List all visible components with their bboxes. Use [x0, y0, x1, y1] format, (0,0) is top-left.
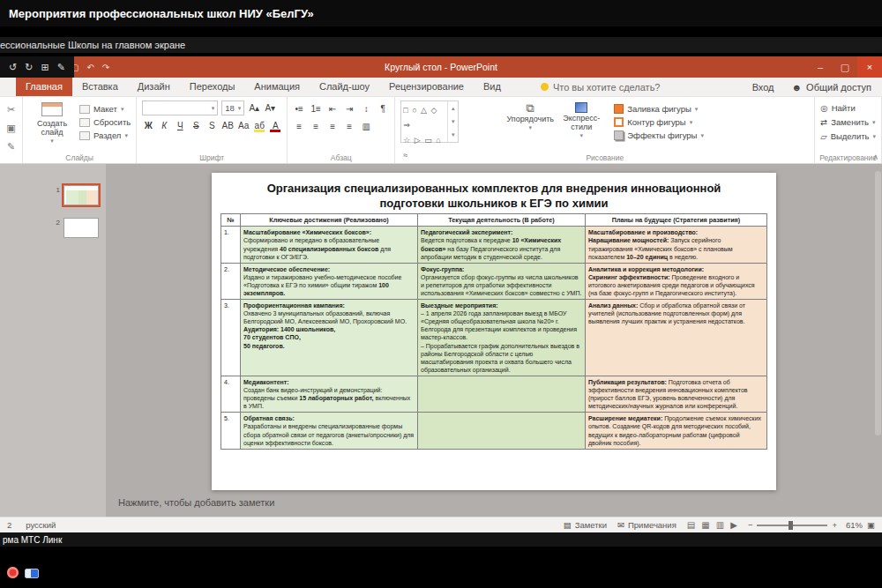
- outdent-button[interactable]: ⇤: [326, 102, 339, 115]
- italic-button[interactable]: К: [158, 119, 170, 132]
- slide-title-line-1: Организация специализированных комплекто…: [220, 182, 767, 197]
- reset-button[interactable]: Сбросить: [79, 117, 131, 127]
- close-button[interactable]: ×: [857, 56, 882, 78]
- normal-view-button[interactable]: ▤: [687, 520, 695, 530]
- slide-thumbnail-2[interactable]: [64, 218, 99, 238]
- collapse-ribbon-button[interactable]: ∧: [872, 153, 878, 161]
- slides-group: Создать слайд ▾ Макет▾ Сбросить Раздел▾ …: [23, 97, 137, 163]
- zoom-percentage[interactable]: 61%: [841, 520, 863, 530]
- canvas-scrollbar[interactable]: [875, 171, 881, 435]
- slide-sorter-button[interactable]: ▦: [701, 520, 709, 530]
- indent-button[interactable]: ⇥: [343, 102, 355, 115]
- section-button[interactable]: Раздел▾: [79, 130, 131, 140]
- webinar-title-bar: Мероприятия профессиональных школ НИУ «Б…: [0, 0, 882, 26]
- cell-current: Фокус-группа: Организуется сбор фокус-гр…: [418, 264, 586, 300]
- cell-current: [418, 413, 586, 449]
- shape-outline-button[interactable]: Контур фигуры▾: [614, 117, 704, 127]
- window-preview-icon[interactable]: [25, 569, 39, 578]
- annot-grid-icon[interactable]: ⊞: [41, 62, 49, 73]
- font-color-button[interactable]: А: [269, 119, 281, 132]
- powerpoint-titlebar: ↺ ↻ ⊞ ✎ ▢ ↶ ↷ Круглый стол - PowerPoint …: [0, 56, 882, 78]
- zoom-out-button[interactable]: −: [748, 520, 753, 530]
- chevron-down-icon: ▾: [50, 138, 54, 145]
- font-size-combo[interactable]: 18▾: [221, 100, 244, 115]
- align-center-button[interactable]: ≡: [310, 120, 322, 133]
- ribbon-tab-6[interactable]: Слайд-шоу: [310, 78, 379, 96]
- share-button[interactable]: ☻ Общий доступ: [792, 82, 871, 93]
- tell-me-box[interactable]: Что вы хотите сделать?: [541, 78, 661, 96]
- language-indicator[interactable]: русский: [26, 520, 56, 530]
- maximize-button[interactable]: ▢: [833, 56, 857, 78]
- numbering-button[interactable]: 1≡: [310, 102, 322, 115]
- ribbon-tab-1[interactable]: Главная: [16, 78, 72, 96]
- thumbnail-number: 2: [56, 219, 60, 238]
- shape-fill-button[interactable]: Заливка фигуры▾: [614, 104, 704, 114]
- change-case-button[interactable]: Аа: [237, 119, 250, 132]
- shapes-gallery-scroll[interactable]: ▴ ▾ ▾: [447, 101, 458, 142]
- replace-button[interactable]: ⇄Заменить▾: [820, 117, 876, 127]
- align-right-button[interactable]: ≡: [326, 120, 339, 133]
- format-painter-icon[interactable]: ✎: [7, 141, 15, 153]
- reading-view-button[interactable]: ▥: [716, 520, 724, 530]
- line-spacing-button[interactable]: ↕: [360, 102, 372, 115]
- slide[interactable]: Организация специализированных комплекто…: [212, 173, 776, 490]
- font-name-combo[interactable]: ▾: [142, 100, 218, 115]
- redo-icon[interactable]: ↷: [102, 63, 109, 72]
- sign-in-link[interactable]: Вход: [752, 82, 774, 93]
- shapes-gallery[interactable]: □ ○ △ ◇ ⇒ ☆ ▷ ▭ ⌂ ≈ ▴ ▾ ▾: [400, 100, 459, 143]
- layout-button[interactable]: Макет▾: [79, 104, 131, 114]
- notes-placeholder[interactable]: Нажмите, чтобы добавить заметки: [118, 497, 274, 508]
- select-button[interactable]: ▱Выделить▾: [820, 131, 876, 141]
- character-spacing-button[interactable]: АВ: [221, 119, 234, 132]
- find-button[interactable]: ◎Найти: [820, 103, 876, 113]
- align-left-button[interactable]: ≡: [293, 120, 305, 133]
- zoom-slider-thumb[interactable]: [789, 521, 793, 530]
- strikethrough-button[interactable]: S: [190, 119, 202, 132]
- copy-icon[interactable]: ▣: [6, 123, 15, 134]
- slide-title-line-2: подготовки школьников к ЕГЭ по химии: [220, 197, 767, 212]
- ribbon-tab-4[interactable]: Переходы: [180, 78, 245, 96]
- underline-button[interactable]: Ч: [174, 119, 186, 132]
- notes-toggle[interactable]: ▤ Заметки: [564, 520, 607, 530]
- chevron-down-icon: ▾: [872, 133, 876, 140]
- zoom-in-button[interactable]: +: [832, 520, 837, 530]
- comments-toggle[interactable]: ✉ Примечания: [617, 520, 676, 530]
- ribbon-tab-7[interactable]: Рецензирование: [379, 78, 474, 96]
- cell-plans: Публикация результатов: Подготовка отчет…: [586, 376, 767, 413]
- zoom-slider[interactable]: [757, 525, 827, 526]
- thumbnail-number: 1: [56, 186, 60, 205]
- table-header: №: [221, 214, 241, 227]
- new-slide-button[interactable]: Создать слайд ▾: [28, 100, 76, 145]
- highlight-color-button[interactable]: аб: [253, 119, 265, 132]
- columns-button[interactable]: ▥: [360, 120, 372, 133]
- bold-button[interactable]: Ж: [142, 119, 154, 132]
- ribbon-tab-5[interactable]: Анимация: [244, 78, 310, 96]
- text-direction-button[interactable]: ¶: [377, 102, 389, 115]
- grow-font-button[interactable]: А▴: [248, 101, 260, 115]
- record-indicator[interactable]: [7, 567, 19, 578]
- cell-plans: Анализ данных: Сбор и обработка обратной…: [586, 300, 767, 376]
- text-shadow-button[interactable]: S: [206, 119, 218, 132]
- ribbon-tab-3[interactable]: Дизайн: [128, 78, 180, 96]
- justify-button[interactable]: ≡: [343, 120, 355, 133]
- cell-achievements: Методическое обеспечение: Издано и тираж…: [241, 264, 418, 300]
- quick-styles-button[interactable]: Экспресс-стили ▾: [556, 100, 607, 139]
- annot-redo-icon[interactable]: ↻: [25, 62, 33, 73]
- drawing-group: □ ○ △ ◇ ⇒ ☆ ▷ ▭ ⌂ ≈ ▴ ▾ ▾ ⧉ Упорядочить …: [395, 97, 815, 163]
- slide-canvas: Организация специализированных комплекто…: [106, 164, 882, 517]
- ribbon-tab-2[interactable]: Вставка: [72, 78, 128, 96]
- slideshow-button[interactable]: ▶: [730, 520, 737, 530]
- slide-thumbnail-1[interactable]: [64, 185, 99, 205]
- chevron-down-icon: ▾: [212, 105, 215, 112]
- undo-icon[interactable]: ↶: [86, 63, 93, 72]
- fit-to-window-button[interactable]: ▣: [867, 520, 875, 530]
- annot-undo-icon[interactable]: ↺: [9, 62, 17, 73]
- ribbon-tab-8[interactable]: Вид: [474, 78, 511, 96]
- shape-effects-button[interactable]: Эффекты фигуры▾: [614, 130, 704, 140]
- minimize-button[interactable]: –: [808, 56, 833, 78]
- shrink-font-button[interactable]: А▾: [264, 101, 276, 115]
- annot-pen-icon[interactable]: ✎: [57, 62, 65, 73]
- bullets-button[interactable]: •≡: [293, 102, 305, 115]
- cut-icon[interactable]: ✂: [7, 104, 15, 115]
- arrange-button[interactable]: ⧉ Упорядочить ▾: [505, 100, 556, 131]
